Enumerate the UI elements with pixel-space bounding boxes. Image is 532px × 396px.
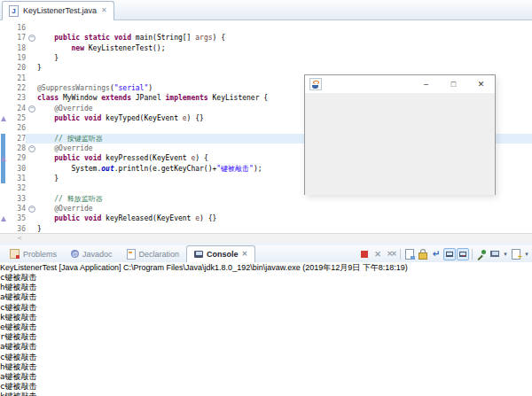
close-button[interactable]: ✕: [467, 76, 495, 93]
show-stdout-icon[interactable]: [443, 248, 456, 260]
toolbar-separator: [472, 249, 473, 260]
collapse-icon[interactable]: −: [28, 145, 35, 152]
code-text: }: [37, 224, 532, 233]
console-glyph: [446, 252, 453, 257]
line-number: 34: [8, 204, 26, 214]
window-content: [305, 94, 495, 195]
marker-ruler: [0, 113, 8, 123]
folding-column: [26, 63, 37, 73]
editor-line: 19 }: [0, 53, 532, 63]
window-title-bar[interactable]: – □ ✕: [305, 75, 495, 94]
dropdown-arrow-icon[interactable]: ▾: [523, 248, 530, 260]
line-number: 22: [8, 83, 26, 93]
toolbar-separator: [400, 249, 401, 260]
folding-column: [26, 43, 37, 53]
console-output: c键被敲击h键被敲击a键被敲击c键被敲击k键被敲击e键被敲击r键被敲击a键被敲击…: [0, 273, 532, 396]
console-line: a键被敲击: [0, 292, 532, 302]
javadoc-icon: @: [71, 250, 79, 258]
line-number: 29: [8, 153, 26, 163]
line-number: 36: [8, 224, 26, 233]
marker-ruler: [0, 224, 8, 233]
console-line: c键被敲击: [0, 303, 532, 313]
editor-tab-label: KeyListenerTest.java: [23, 6, 97, 15]
scroll-left-icon[interactable]: <: [18, 234, 22, 242]
console-line: k键被敲击: [0, 392, 532, 396]
scroll-lock-icon[interactable]: [417, 248, 429, 260]
folding-column: [26, 53, 37, 63]
folding-column: [26, 183, 37, 193]
close-icon[interactable]: ✕: [242, 251, 248, 258]
minimize-button[interactable]: –: [412, 76, 440, 93]
view-tabs: Problems@JavadocDeclarationConsole✕: [3, 245, 255, 262]
console-line: c键被敲击: [0, 382, 532, 392]
collapse-icon[interactable]: −: [28, 35, 35, 42]
line-number: 33: [8, 194, 26, 204]
view-tab-declaration[interactable]: Declaration: [120, 246, 187, 262]
java-app-icon: [309, 78, 322, 90]
code-text: }: [37, 53, 532, 63]
collapse-icon[interactable]: −: [28, 206, 35, 213]
folding-column: −: [26, 33, 37, 43]
marker-ruler: [0, 23, 8, 33]
folding-column: [26, 113, 37, 123]
line-number: 23: [8, 93, 26, 103]
console-line: c键被敲击: [0, 273, 532, 283]
line-number: 26: [8, 123, 26, 133]
code-text: public static void main(String[] args) {: [37, 33, 532, 43]
override-marker-icon: [1, 156, 6, 161]
line-number: 25: [8, 113, 26, 123]
folding-column: [26, 134, 37, 144]
line-number: 21: [8, 74, 26, 83]
terminate-icon[interactable]: [358, 248, 371, 260]
remove-all-terminated-icon[interactable]: ✕✕: [385, 248, 397, 260]
pin-console-icon[interactable]: [475, 248, 488, 260]
console-view[interactable]: KeyListenerTest [Java Application] C:\Pr…: [0, 262, 532, 396]
marker-ruler: [0, 164, 8, 174]
folding-column: −: [26, 144, 37, 153]
remove-launch-icon[interactable]: ✕: [372, 248, 384, 260]
folding-column: [26, 153, 37, 163]
dropdown-arrow-icon[interactable]: ▾: [502, 248, 509, 260]
line-number: 31: [8, 174, 26, 183]
marker-ruler: [0, 214, 8, 223]
marker-ruler: [0, 74, 8, 83]
folding-column: −: [26, 204, 37, 214]
console-process-info: KeyListenerTest [Java Application] C:\Pr…: [0, 262, 532, 273]
close-icon[interactable]: ✕: [101, 7, 107, 14]
console-line: e键被敲击: [0, 322, 532, 332]
java-app-window[interactable]: – □ ✕: [304, 74, 496, 195]
console-line: h键被敲击: [0, 362, 532, 372]
quick-diff-bar: [1, 174, 5, 183]
editor-line: 36}: [0, 224, 532, 233]
line-number: 17: [8, 33, 26, 43]
folding-column: −: [26, 104, 37, 113]
view-tab-console[interactable]: Console✕: [186, 245, 255, 263]
display-selected-console-icon[interactable]: [489, 248, 501, 260]
marker-ruler: [0, 33, 8, 43]
console-line: a键被敲击: [0, 372, 532, 382]
code-text: }: [37, 63, 532, 73]
editor-horizontal-scrollbar[interactable]: <: [0, 233, 532, 243]
marker-ruler: [0, 204, 8, 214]
console-icon: [194, 251, 203, 258]
folding-column: [26, 83, 37, 93]
show-stderr-icon[interactable]: [457, 248, 469, 260]
open-console-icon[interactable]: [510, 248, 522, 260]
view-tab-label: Declaration: [139, 250, 180, 259]
console-line: c键被敲击: [0, 353, 532, 362]
collapse-icon[interactable]: −: [28, 105, 35, 113]
word-wrap-icon[interactable]: ↵: [430, 248, 442, 260]
java-file-icon: J: [9, 5, 19, 17]
override-marker-icon: [1, 116, 6, 121]
line-number: 24: [8, 104, 26, 113]
view-tab-problems[interactable]: Problems: [3, 246, 64, 262]
code-text: @Override: [37, 204, 532, 214]
line-number: 18: [8, 43, 26, 53]
maximize-button[interactable]: □: [440, 76, 467, 93]
editor-line: 18 new KeyListenerTest();: [0, 43, 532, 53]
editor-tab-keylistenertest[interactable]: J KeyListenerTest.java ✕: [2, 1, 114, 20]
view-tab-javadoc[interactable]: @Javadoc: [64, 246, 120, 262]
clear-console-icon[interactable]: [403, 248, 416, 260]
folding-column: [26, 194, 37, 204]
editor-tab-bar: J KeyListenerTest.java ✕: [0, 0, 532, 20]
